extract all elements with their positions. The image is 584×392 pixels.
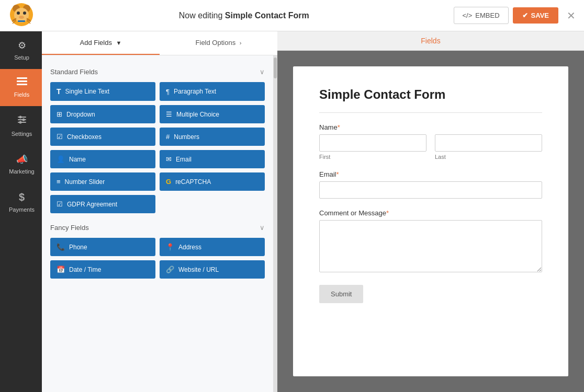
paragraph-text-icon: ¶ bbox=[166, 88, 170, 96]
svg-point-6 bbox=[19, 16, 24, 19]
last-name-wrap: Last bbox=[435, 134, 542, 160]
field-btn-multiple-choice[interactable]: ☰ Multiple Choice bbox=[160, 105, 265, 123]
name-label: Name* bbox=[319, 123, 542, 131]
single-line-text-icon: T bbox=[57, 87, 61, 96]
field-btn-email[interactable]: ✉ Email bbox=[160, 150, 265, 168]
first-name-input[interactable] bbox=[319, 134, 426, 152]
field-btn-single-line-text[interactable]: T Single Line Text bbox=[50, 82, 155, 101]
standard-fields-title: Standard Fields bbox=[50, 68, 98, 76]
svg-point-3 bbox=[14, 8, 29, 22]
fields-tabs: Add Fields ▼ Field Options › bbox=[42, 31, 277, 55]
fields-list-icon bbox=[17, 77, 27, 86]
preview-content: Simple Contact Form Name* First bbox=[277, 51, 584, 392]
setup-icon: ⚙ bbox=[18, 40, 26, 51]
svg-rect-13 bbox=[18, 20, 25, 22]
field-btn-recaptcha[interactable]: G reCAPTCHA bbox=[160, 172, 265, 191]
sidebar-item-payments[interactable]: $ Payments bbox=[0, 183, 42, 221]
form-title: Simple Contact Form bbox=[319, 87, 542, 102]
settings-sliders-icon bbox=[17, 114, 27, 125]
last-name-label: Last bbox=[435, 154, 542, 160]
fancy-fields-header: Fancy Fields ∨ bbox=[50, 224, 265, 232]
preview-area: Fields Simple Contact Form Name* First bbox=[277, 31, 584, 392]
svg-rect-14 bbox=[17, 77, 27, 79]
standard-fields-grid: T Single Line Text ¶ Paragraph Text ⊞ Dr… bbox=[50, 82, 265, 213]
sidebar-nav: ⚙ Setup Fields bbox=[0, 31, 42, 392]
number-slider-icon: ≡ bbox=[57, 178, 61, 186]
standard-fields-chevron[interactable]: ∨ bbox=[260, 68, 265, 76]
page-title: Now editing Simple Contact Form bbox=[179, 11, 309, 20]
email-field-group: Email* bbox=[319, 170, 542, 199]
first-name-label: First bbox=[319, 154, 426, 160]
message-textarea[interactable] bbox=[319, 220, 542, 272]
svg-point-22 bbox=[19, 121, 21, 124]
email-icon: ✉ bbox=[166, 155, 172, 163]
phone-icon: 📞 bbox=[57, 243, 65, 251]
name-required: * bbox=[338, 123, 340, 131]
address-icon: 📍 bbox=[166, 243, 174, 251]
chevron-right-icon: › bbox=[240, 40, 242, 46]
svg-rect-15 bbox=[17, 80, 27, 82]
field-btn-date-time[interactable]: 📅 Date / Time bbox=[50, 260, 155, 279]
svg-rect-19 bbox=[18, 122, 26, 123]
sidebar-item-label: Settings bbox=[12, 131, 32, 137]
scroll-track bbox=[273, 55, 277, 392]
svg-point-21 bbox=[22, 119, 25, 121]
sidebar-item-label: Marketing bbox=[9, 168, 34, 175]
email-required: * bbox=[336, 170, 339, 178]
tab-field-options[interactable]: Field Options › bbox=[160, 31, 277, 55]
close-button[interactable]: ✕ bbox=[567, 9, 576, 22]
field-btn-name[interactable]: 👤 Name bbox=[50, 150, 155, 168]
field-btn-gdpr[interactable]: ☑ GDPR Agreement bbox=[50, 195, 155, 213]
sidebar-item-label: Fields bbox=[14, 91, 29, 98]
field-btn-number-slider[interactable]: ≡ Number Slider bbox=[50, 172, 155, 191]
field-btn-phone[interactable]: 📞 Phone bbox=[50, 238, 155, 256]
message-required: * bbox=[386, 209, 389, 217]
submit-button[interactable]: Submit bbox=[319, 285, 363, 303]
top-bar: Now editing Simple Contact Form </> EMBE… bbox=[0, 0, 584, 31]
preview-tab-bar: Fields bbox=[277, 31, 584, 51]
tab-add-fields[interactable]: Add Fields ▼ bbox=[42, 31, 160, 55]
form-card: Simple Contact Form Name* First bbox=[293, 66, 568, 376]
field-btn-website-url[interactable]: 🔗 Website / URL bbox=[160, 260, 265, 279]
sidebar-item-setup[interactable]: ⚙ Setup bbox=[0, 31, 42, 69]
field-btn-numbers[interactable]: # Numbers bbox=[160, 128, 265, 146]
main-layout: ⚙ Setup Fields bbox=[0, 31, 584, 392]
embed-button[interactable]: </> EMBED bbox=[454, 7, 509, 24]
logo bbox=[8, 2, 35, 30]
multiple-choice-icon: ☰ bbox=[166, 110, 172, 118]
email-label: Email* bbox=[319, 170, 542, 178]
save-button[interactable]: ✔ SAVE bbox=[513, 7, 558, 24]
svg-rect-18 bbox=[18, 119, 26, 120]
svg-rect-17 bbox=[18, 117, 26, 118]
gdpr-icon: ☑ bbox=[57, 200, 63, 208]
message-label: Comment or Message* bbox=[319, 209, 542, 217]
top-bar-actions: </> EMBED ✔ SAVE ✕ bbox=[454, 7, 576, 24]
payments-icon: $ bbox=[19, 191, 25, 203]
marketing-icon: 📣 bbox=[16, 154, 28, 165]
svg-point-5 bbox=[23, 11, 26, 15]
last-name-input[interactable] bbox=[435, 134, 542, 152]
dropdown-icon: ⊞ bbox=[57, 110, 62, 118]
field-btn-address[interactable]: 📍 Address bbox=[160, 238, 265, 256]
chevron-down-icon: ▼ bbox=[116, 40, 122, 46]
fancy-fields-title: Fancy Fields bbox=[50, 224, 89, 232]
fields-panel: Add Fields ▼ Field Options › Standard Fi… bbox=[42, 31, 277, 392]
name-icon: 👤 bbox=[57, 155, 65, 163]
field-btn-checkboxes[interactable]: ☑ Checkboxes bbox=[50, 128, 155, 146]
fancy-fields-grid: 📞 Phone 📍 Address 📅 Date / Time 🔗 Websit… bbox=[50, 238, 265, 279]
fields-content: Standard Fields ∨ T Single Line Text ¶ P… bbox=[42, 55, 273, 392]
first-name-wrap: First bbox=[319, 134, 426, 160]
field-btn-paragraph-text[interactable]: ¶ Paragraph Text bbox=[160, 82, 265, 101]
svg-rect-16 bbox=[17, 84, 27, 85]
checkboxes-icon: ☑ bbox=[57, 133, 63, 141]
sidebar-item-settings[interactable]: Settings bbox=[0, 106, 42, 145]
field-btn-dropdown[interactable]: ⊞ Dropdown bbox=[50, 105, 155, 123]
sidebar-item-label: Payments bbox=[9, 206, 35, 213]
check-icon: ✔ bbox=[522, 11, 528, 19]
sidebar-item-marketing[interactable]: 📣 Marketing bbox=[0, 145, 42, 183]
fancy-fields-chevron[interactable]: ∨ bbox=[260, 224, 265, 232]
sidebar-item-fields[interactable]: Fields bbox=[0, 69, 42, 106]
email-input[interactable] bbox=[319, 181, 542, 199]
name-field-group: Name* First Last bbox=[319, 123, 542, 160]
sidebar-item-label: Setup bbox=[14, 54, 29, 61]
